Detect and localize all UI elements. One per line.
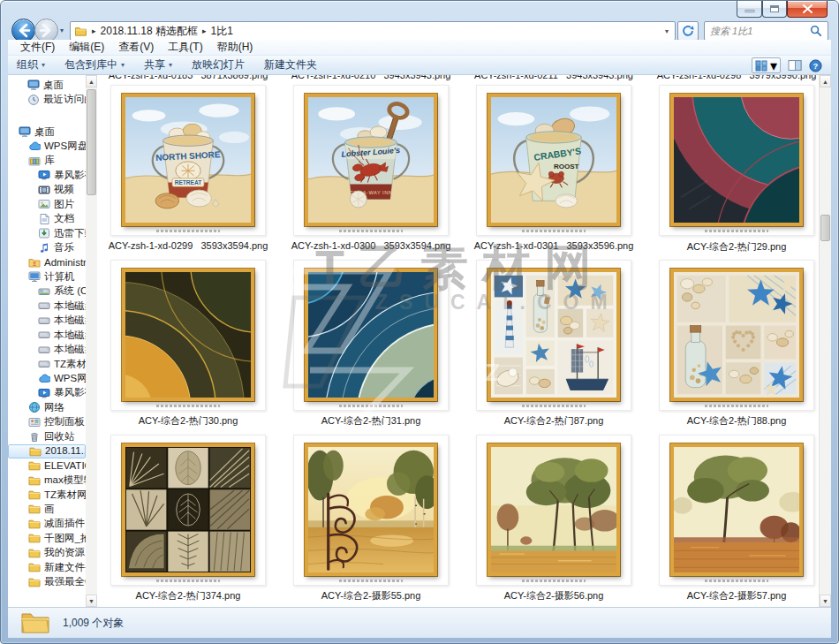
views-button[interactable]: ▾ xyxy=(752,57,781,73)
sidebar-item[interactable]: WPS网盘 xyxy=(8,139,86,153)
sidebar-item[interactable]: TZ素材网演示 xyxy=(8,488,86,502)
file-name[interactable]: ACY-综合2-热门88.png xyxy=(645,414,820,428)
sidebar-item[interactable]: max模型转S xyxy=(8,473,86,487)
share-button[interactable]: 共享▾ xyxy=(144,57,172,72)
sidebar-item[interactable]: 视频 xyxy=(8,183,86,197)
sidebar-item[interactable]: 桌面 xyxy=(8,125,86,139)
scroll-down-icon[interactable]: ▼ xyxy=(86,595,97,607)
sidebar-item[interactable]: 千图网_抢红 xyxy=(8,531,86,545)
file-item[interactable] xyxy=(110,435,266,586)
sidebar-item[interactable]: TZ素材网 ( xyxy=(8,357,86,371)
file-item[interactable]: Lobster Louie's GET-A-WAY INN xyxy=(293,85,449,236)
sidebar-item[interactable]: 系统 (C:) xyxy=(8,284,86,299)
file-name[interactable]: ACY-zsh-1-xd-0301 3593x3596.png xyxy=(462,240,646,254)
content-scrollbar[interactable]: ▲ ▼ xyxy=(819,75,831,607)
content-scroll-thumb[interactable] xyxy=(820,215,830,241)
sidebar-item[interactable]: 库 xyxy=(8,154,86,168)
sidebar-item[interactable]: Administrator xyxy=(8,255,86,269)
slideshow-button[interactable]: 放映幻灯片 xyxy=(192,57,245,72)
file-name[interactable]: ACY-zsh-1-xd-0210 3943x3943.png xyxy=(279,75,463,83)
main-area: 桌面最近访问的位桌面WPS网盘库暴风影视库视频图片文档迅雷下载音乐Adminis… xyxy=(8,75,831,607)
close-icon xyxy=(788,1,828,18)
file-name[interactable]: ACY-zsh-1-xd-0183 3871x3869.png xyxy=(105,75,280,83)
preview-pane-icon[interactable] xyxy=(788,59,802,72)
sidebar-item[interactable]: 画 xyxy=(8,502,86,516)
file-item[interactable] xyxy=(659,260,814,411)
sidebar-item[interactable]: 控制面板 xyxy=(8,415,86,429)
file-name[interactable]: ACY-zsh-1-xd-0211 3943x3943.png xyxy=(462,75,646,83)
sidebar-item[interactable]: 本地磁盘 (G xyxy=(8,342,86,356)
refresh-button[interactable] xyxy=(677,21,699,41)
file-item[interactable] xyxy=(293,260,449,411)
menu-tools[interactable]: 工具(T) xyxy=(161,40,209,55)
scroll-up-icon[interactable]: ▲ xyxy=(86,75,97,87)
file-item[interactable] xyxy=(659,85,814,236)
search-input[interactable]: 搜索 1比1 xyxy=(704,21,828,41)
sidebar-item[interactable]: 迅雷下载 xyxy=(8,226,86,240)
scroll-up-icon[interactable]: ▲ xyxy=(820,75,831,87)
address-bar[interactable]: ▸ 2018.11.18 精选配框 ▸ 1比1 ▾ xyxy=(70,21,676,41)
file-name[interactable]: ACY-综合2-热门31.png xyxy=(279,414,463,428)
include-in-library-button[interactable]: 包含到库中▾ xyxy=(64,57,125,72)
file-name[interactable]: ACY-综合2-热门30.png xyxy=(105,414,280,428)
menu-help[interactable]: 帮助(H) xyxy=(210,40,261,55)
sidebar-scroll-thumb[interactable] xyxy=(87,89,96,195)
history-caret-icon[interactable]: ▾ xyxy=(60,27,64,34)
file-name[interactable]: ACY-综合2-热门374.png xyxy=(105,589,280,602)
organize-button[interactable]: 组织▾ xyxy=(17,57,45,72)
file-name[interactable]: ACY-zsh-1-xd-0300 3593x3594.png xyxy=(279,240,463,254)
sidebar-item[interactable]: 最强最全CAD xyxy=(8,574,86,588)
sidebar-item[interactable]: WPS网盘 xyxy=(8,371,86,385)
menu-view[interactable]: 查看(V) xyxy=(111,40,161,55)
file-item[interactable] xyxy=(293,435,449,586)
sidebar-item[interactable]: 我的资源 xyxy=(8,546,86,560)
help-icon[interactable]: ? xyxy=(809,59,822,72)
menu-file[interactable]: 文件(F) xyxy=(13,40,62,55)
sidebar-item[interactable]: 文档 xyxy=(8,212,86,226)
address-dropdown-icon[interactable]: ▾ xyxy=(665,27,671,35)
sidebar-item[interactable]: 2018.11.18 精 xyxy=(8,444,86,458)
sidebar-item[interactable]: ELEVATION xyxy=(8,458,86,473)
sidebar-item[interactable]: 减面插件 xyxy=(8,517,86,531)
minimize-button[interactable] xyxy=(737,1,762,18)
scroll-down-icon[interactable]: ▼ xyxy=(820,595,831,607)
file-name[interactable]: ACY-综合2-热门29.png xyxy=(645,240,820,254)
back-button[interactable] xyxy=(11,19,35,42)
file-name[interactable]: ACY-zsh-1-xd-0299 3593x3594.png xyxy=(105,240,280,254)
breadcrumb-folder[interactable]: 2018.11.18 精选配框 xyxy=(101,24,199,39)
file-name[interactable]: ACY-zsh-1-xd-0298 3979x3990.png xyxy=(645,75,820,83)
file-name[interactable]: ACY-综合2-摄影57.png xyxy=(645,589,820,602)
sidebar-item[interactable]: 计算机 xyxy=(8,269,86,284)
forward-button[interactable] xyxy=(34,19,58,42)
file-item[interactable]: NORTH SHORE RETREAT xyxy=(110,85,266,236)
sidebar-item[interactable]: 图片 xyxy=(8,197,86,211)
sidebar-item[interactable]: 本地磁盘 (E xyxy=(8,314,86,328)
sidebar-item-label: 回收站 xyxy=(44,430,75,443)
file-name[interactable]: ACY-综合2-摄影55.png xyxy=(279,589,463,602)
sidebar-item[interactable]: 本地磁盘 (F xyxy=(8,328,86,342)
refresh-icon xyxy=(682,25,694,37)
sidebar-item[interactable]: 桌面 xyxy=(8,78,86,92)
file-item[interactable]: CRABBY'S ROOST xyxy=(476,85,631,236)
sidebar-item[interactable]: 最近访问的位 xyxy=(8,92,86,106)
maximize-button[interactable] xyxy=(762,1,787,18)
artwork-frame: Lobster Louie's GET-A-WAY INN xyxy=(305,94,437,226)
file-item[interactable] xyxy=(110,260,266,411)
menu-edit[interactable]: 编辑(E) xyxy=(62,40,111,55)
new-folder-button[interactable]: 新建文件夹 xyxy=(264,57,317,72)
file-item[interactable] xyxy=(476,435,631,586)
sidebar-scrollbar[interactable]: ▲ ▼ xyxy=(86,75,97,607)
file-name[interactable]: ACY-综合2-摄影56.png xyxy=(462,589,646,602)
sidebar-item[interactable]: 本地磁盘 (D xyxy=(8,299,86,313)
sidebar-item[interactable]: 暴风影视库 xyxy=(8,168,86,182)
sidebar-item[interactable]: 回收站 xyxy=(8,429,86,443)
sidebar-item[interactable]: 网络 xyxy=(8,400,86,414)
file-item[interactable] xyxy=(476,260,631,411)
close-button[interactable] xyxy=(787,1,828,18)
sidebar-item[interactable]: 新建文件夹 xyxy=(8,560,86,574)
sidebar-item[interactable]: 暴风影视库 xyxy=(8,386,86,400)
breadcrumb-subfolder[interactable]: 1比1 xyxy=(211,24,233,39)
file-item[interactable] xyxy=(659,435,814,586)
file-name[interactable]: ACY-综合2-热门87.png xyxy=(462,414,646,428)
sidebar-item[interactable]: 音乐 xyxy=(8,240,86,254)
